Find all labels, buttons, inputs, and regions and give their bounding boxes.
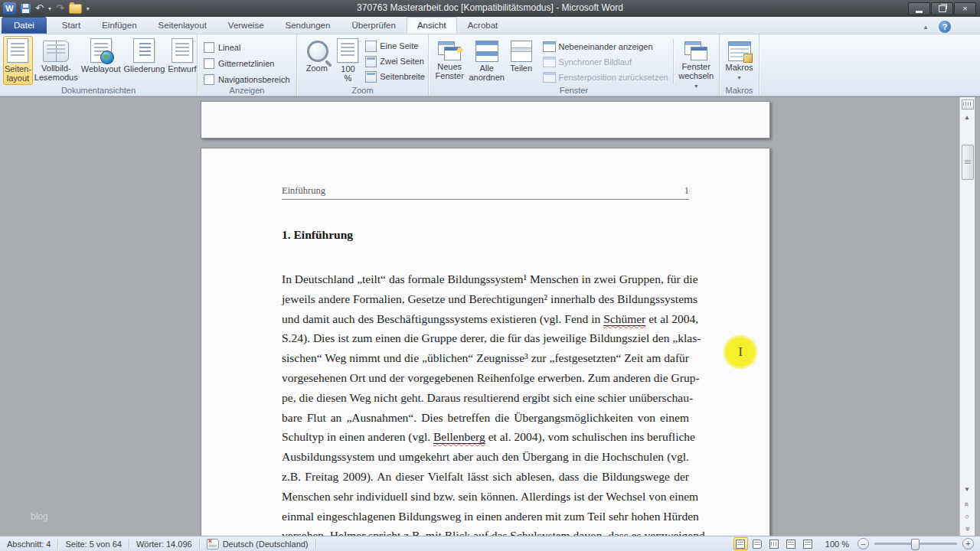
navigationsbereich-checkbox-row[interactable]: Navigationsbereich <box>201 71 293 87</box>
zoom-100-button[interactable]: 100% <box>334 36 363 85</box>
print-layout-view-button[interactable] <box>733 537 748 550</box>
weblayout-view-button[interactable] <box>767 537 782 550</box>
document-text-line: z.B. Freitag 2009). An dieser Vielfalt l… <box>282 467 689 487</box>
fullscreen-reading-icon <box>43 41 69 62</box>
entwurf-button[interactable]: Entwurf <box>166 36 198 76</box>
nebeneinander-anzeigen-button[interactable]: Nebeneinander anzeigen <box>543 39 668 54</box>
document-text-line: versehen. Helmer spricht z.B. mit Blick … <box>282 526 689 536</box>
document-text-line: Menschen sehr individuell sind bzw. sein… <box>282 487 689 507</box>
watermark: blog <box>31 511 48 522</box>
outline-view-button[interactable] <box>784 537 799 550</box>
teilen-button[interactable]: Teilen <box>506 36 537 75</box>
seitenbreite-button[interactable]: Seitenbreite <box>365 69 425 84</box>
scrollbar-thumb[interactable] <box>962 145 974 180</box>
gitternetzlinien-checkbox[interactable] <box>204 58 214 69</box>
status-bar: Abschnitt: 4 Seite: 5 von 64 Wörter: 14.… <box>0 536 980 551</box>
group-anzeigen: Lineal Gitternetzlinien Navigationsberei… <box>198 34 297 96</box>
spellcheck-icon <box>207 539 219 549</box>
tab-datei[interactable]: Datei <box>2 17 47 34</box>
tab-start[interactable]: Start <box>51 17 91 34</box>
vollbild-lesemodus-button[interactable]: Vollbild-Lesemodus <box>33 36 80 84</box>
macros-icon <box>728 41 751 61</box>
next-page-button[interactable]: « <box>960 523 974 535</box>
tab-ansicht[interactable]: Ansicht <box>407 17 457 34</box>
fenster-wechseln-button[interactable]: Fensterwechseln ▾ <box>676 36 716 92</box>
fullscreen-reading-view-button[interactable] <box>750 537 765 550</box>
tab-ueberpruefen[interactable]: Überprüfen <box>341 17 407 34</box>
header-section-title: Einführung <box>282 185 325 199</box>
close-button[interactable]: × <box>954 2 976 15</box>
section-status[interactable]: Abschnitt: 4 <box>0 536 57 551</box>
vertical-scrollbar[interactable]: ▲ ▼ « ○ « <box>959 97 975 536</box>
document-text-line: Ausbildungssystem und umgekehrt aber auc… <box>282 447 689 467</box>
zoom-out-button[interactable]: – <box>858 538 869 549</box>
select-browse-object-button[interactable]: ○ <box>960 510 974 523</box>
zoom-button[interactable]: Zoom <box>300 36 334 75</box>
print-layout-icon <box>736 540 745 549</box>
language-status[interactable]: Deutsch (Deutschland) <box>200 536 315 551</box>
group-zoom: Zoom 100% Eine Seite Zwei Seiten <box>297 34 429 96</box>
fullscreen-reading-icon <box>753 540 762 549</box>
dropdown-arrow-icon: ▾ <box>737 74 740 81</box>
outline-icon <box>133 38 155 63</box>
help-icon[interactable]: ? <box>939 21 951 33</box>
scroll-up-button[interactable]: ▲ <box>960 111 974 123</box>
tab-acrobat[interactable]: Acrobat <box>457 17 509 34</box>
eine-seite-button[interactable]: Eine Seite <box>365 38 425 54</box>
tab-seitenlayout[interactable]: Seitenlayout <box>148 17 217 34</box>
scroll-down-button[interactable]: ▼ <box>960 483 974 495</box>
one-page-icon <box>365 41 377 52</box>
two-pages-icon <box>365 56 377 67</box>
window-title: 370763 Masterarbeit.doc [Kompatibilitäts… <box>0 2 980 13</box>
previous-page-button[interactable]: « <box>960 498 974 510</box>
minimize-button[interactable] <box>908 2 930 15</box>
zoom-in-button[interactable]: + <box>962 538 974 549</box>
document-text-line: einmal eingeschlagenen Bildungsweg in ei… <box>282 507 689 527</box>
gitternetzlinien-checkbox-row[interactable]: Gitternetzlinien <box>201 55 293 71</box>
tab-sendungen[interactable]: Sendungen <box>275 17 341 34</box>
ribbon: Seiten-layout Vollbild-Lesemodus Weblayo… <box>0 34 980 96</box>
restore-button[interactable] <box>931 2 953 15</box>
page-status[interactable]: Seite: 5 von 64 <box>58 536 128 551</box>
group-label-anzeigen: Anzeigen <box>198 86 296 95</box>
makros-button[interactable]: Makros▾ <box>723 36 756 83</box>
switch-windows-icon <box>684 41 707 60</box>
group-label-zoom: Zoom <box>297 86 428 95</box>
document-text-line: S.24). Dies ist zum einen die Gruppe der… <box>282 328 689 348</box>
reset-window-position-icon <box>543 72 556 83</box>
seitenlayout-view-button[interactable]: Seiten-layout <box>3 36 33 85</box>
word-count-status[interactable]: Wörter: 14.096 <box>129 536 199 551</box>
ruler-toggle-button[interactable] <box>962 99 974 109</box>
zoom-slider-thumb[interactable] <box>911 539 920 550</box>
zoom-percentage[interactable]: 100 % <box>825 540 849 549</box>
group-label-makros: Makros <box>720 86 759 95</box>
status-divider <box>315 539 316 549</box>
title-bar: W ↶ ▾ ↷ ▾ 370763 Masterarbeit.doc [Kompa… <box>0 0 980 17</box>
tab-einfuegen[interactable]: Einfügen <box>91 17 147 34</box>
weblayout-button[interactable]: Weblayout <box>80 36 122 76</box>
gliederung-button[interactable]: Gliederung <box>122 36 167 76</box>
navigationsbereich-checkbox[interactable] <box>204 74 214 85</box>
document-text-line: sischen“ Weg nimmt und die „üblichen“ Ze… <box>282 348 689 368</box>
header-page-number: 1 <box>684 185 689 199</box>
previous-page-bottom[interactable] <box>201 101 770 139</box>
new-window-icon <box>438 41 461 60</box>
page-header: Einführung 1 <box>282 185 689 200</box>
neues-fenster-button[interactable]: NeuesFenster <box>432 36 467 83</box>
draft-view-button[interactable] <box>801 537 815 550</box>
group-makros: Makros▾ Makros <box>720 34 760 96</box>
chapter-heading: 1. Einführung <box>282 228 353 242</box>
zwei-seiten-button[interactable]: Zwei Seiten <box>365 54 425 69</box>
lineal-checkbox[interactable] <box>204 42 214 53</box>
zoom-slider[interactable] <box>874 543 957 545</box>
tab-verweise[interactable]: Verweise <box>217 17 275 34</box>
document-page[interactable]: Einführung 1 1. Einführung In Deutschlan… <box>201 148 770 536</box>
split-icon <box>511 41 532 62</box>
collapse-ribbon-icon[interactable]: ▴ <box>920 22 931 31</box>
group-divider <box>673 39 674 83</box>
fensterposition-button: Fensterposition zurücksetzen <box>543 70 668 85</box>
alle-anordnen-button[interactable]: Alleanordnen <box>467 36 506 84</box>
lineal-checkbox-row[interactable]: Lineal <box>201 39 293 55</box>
document-area: Einführung 1 1. Einführung In Deutschlan… <box>0 96 980 536</box>
weblayout-icon <box>90 38 112 63</box>
